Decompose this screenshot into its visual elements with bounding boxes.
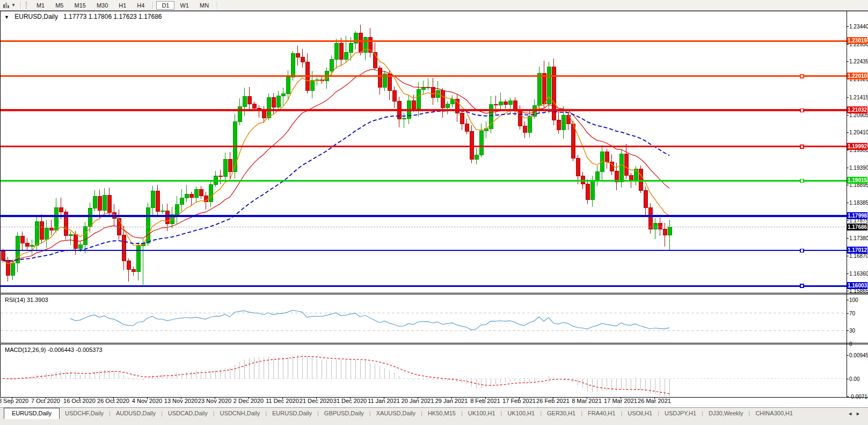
candle-body: [590, 181, 594, 199]
candle-body: [1, 251, 5, 260]
line-handle[interactable]: [800, 145, 804, 148]
chart-tab-usdjpy-h1[interactable]: USDJPY,H1: [659, 408, 702, 418]
ma-medium-line: [3, 70, 669, 262]
chart-tab-usdchf-daily[interactable]: USDCHF,Daily: [60, 408, 109, 418]
charts-toolbar-icon[interactable]: [3, 2, 10, 9]
candle-body: [175, 204, 179, 214]
chart-tab-usdcnh-daily[interactable]: USDCNH,Daily: [215, 408, 266, 418]
timeframe-button-h1[interactable]: H1: [113, 1, 132, 10]
line-handle[interactable]: [800, 249, 804, 252]
candle-body: [59, 207, 63, 212]
chart-tab-gbpusd-daily[interactable]: GBPUSD,Daily: [319, 408, 369, 418]
candle-body: [634, 169, 638, 181]
rsi-label: RSI(14) 31.3903: [5, 297, 48, 303]
candle-body: [69, 235, 72, 235]
candle-body: [180, 198, 184, 205]
timeframe-button-m30[interactable]: M30: [91, 1, 113, 10]
candle-body: [185, 194, 188, 198]
line-handle[interactable]: [800, 75, 804, 78]
mt4-terminal: { "toolbar": { "groups": [["M1","M5","M1…: [0, 0, 868, 425]
macd-label: MACD(12,26,9) -0.006443 -0.005373: [5, 347, 103, 353]
horizontal-level-line[interactable]: [1, 75, 847, 77]
candle-body: [518, 110, 522, 126]
chart-tab-uk100-h1[interactable]: UK100,H1: [463, 408, 501, 418]
line-handle[interactable]: [800, 109, 804, 112]
chart-title: ▼ EURUSD,Daily 1.17773 1.17806 1.17623 1…: [4, 13, 162, 20]
toolbar-separator: [152, 2, 154, 9]
macd-indicator-panel[interactable]: MACD(12,26,9) -0.006443 -0.005373: [0, 344, 868, 398]
candle-body: [334, 44, 338, 60]
timeframe-button-m5[interactable]: M5: [50, 1, 69, 10]
candle-body: [344, 52, 348, 59]
timeframe-button-h4[interactable]: H4: [132, 1, 150, 10]
candle-body: [54, 207, 58, 230]
chart-tab-china300-h1[interactable]: CHINA300,H1: [750, 408, 798, 418]
chart-tab-audusd-daily[interactable]: AUDUSD,Daily: [111, 408, 161, 418]
candle-body: [595, 171, 599, 181]
candle-body: [576, 158, 580, 176]
line-handle[interactable]: [800, 284, 804, 287]
candle-body: [11, 263, 14, 275]
candle-body: [359, 33, 362, 52]
horizontal-level-line[interactable]: [1, 285, 847, 287]
horizontal-level-line[interactable]: [1, 40, 847, 42]
date-axis-label: 26 Mar 2021: [633, 398, 676, 404]
chart-tab-eurusd-daily[interactable]: EURUSD,Daily: [267, 408, 317, 418]
candle-body: [339, 44, 343, 59]
ma-fast-line: [3, 49, 669, 264]
chart-tab-uk100-h1[interactable]: UK100,H1: [502, 408, 540, 418]
candle-body: [209, 185, 213, 201]
candle-body: [25, 243, 29, 246]
chart-tab-usdcad-daily[interactable]: USDCAD,Daily: [163, 408, 213, 418]
candle-body: [93, 196, 97, 208]
timeframe-button-w1[interactable]: W1: [174, 1, 194, 10]
timeframe-button-m15[interactable]: M15: [69, 1, 91, 10]
candle-body: [107, 195, 111, 212]
candle-body: [199, 190, 203, 196]
candle-body: [446, 104, 449, 108]
candle-body: [619, 154, 623, 182]
toolbar-grip[interactable]: [26, 2, 28, 9]
candle-body: [74, 235, 77, 248]
horizontal-level-line[interactable]: [1, 109, 847, 111]
tab-scroll-right-icon[interactable]: ►: [856, 411, 864, 416]
chart-tab-usoil-h1[interactable]: USOil,H1: [622, 408, 658, 418]
candle-body: [218, 176, 222, 177]
chart-tab-dj30-weekly[interactable]: DJ30,Weekly: [703, 408, 749, 418]
candle-body: [349, 44, 353, 52]
candle-body: [286, 77, 290, 93]
candle-body: [392, 90, 396, 101]
chart-tab-fra40-h1[interactable]: FRA40,H1: [582, 408, 621, 418]
chart-tab-eurusd-daily[interactable]: EURUSD,Daily: [4, 408, 60, 419]
time-axis[interactable]: 28 Sep 20207 Oct 202016 Oct 202026 Oct 2…: [0, 398, 868, 407]
chevron-down-icon[interactable]: ▼: [11, 3, 16, 8]
candle-body: [122, 235, 126, 261]
candle-body: [151, 191, 155, 208]
horizontal-level-line[interactable]: [1, 146, 847, 147]
chart-tab-hk50-m15[interactable]: HK50,M15: [422, 408, 461, 418]
candle-body: [513, 101, 517, 110]
timeframe-button-mn[interactable]: MN: [194, 1, 214, 10]
toolbar-separator: [20, 2, 21, 9]
tab-scroll-left-icon[interactable]: ◄: [848, 411, 856, 416]
rsi-canvas: [1, 294, 847, 343]
horizontal-level-line[interactable]: [1, 250, 847, 251]
chart-tab-ger30-h1[interactable]: GER30,H1: [542, 408, 581, 418]
candle-body: [354, 33, 358, 43]
main-chart-panel[interactable]: ▼ EURUSD,Daily 1.17773 1.17806 1.17623 1…: [0, 11, 868, 293]
candle-body: [508, 101, 512, 104]
line-handle[interactable]: [800, 179, 804, 182]
candle-body: [247, 97, 251, 104]
candle-body: [291, 54, 295, 77]
candle-body: [537, 73, 541, 105]
chart-tab-xauusd-daily[interactable]: XAUUSD,Daily: [371, 408, 421, 418]
chart-tab-bar: EURUSD,DailyUSDCHF,Daily|AUDUSD,Daily|US…: [0, 407, 868, 425]
rsi-indicator-panel[interactable]: RSI(14) 31.3903: [0, 294, 868, 343]
timeframe-button-d1[interactable]: D1: [156, 1, 174, 10]
horizontal-level-line[interactable]: [1, 180, 847, 182]
candle-body: [35, 222, 39, 246]
timeframe-button-m1[interactable]: M1: [31, 1, 50, 10]
candle-body: [504, 102, 507, 104]
candle-body: [571, 124, 575, 159]
horizontal-level-line[interactable]: [1, 215, 847, 217]
